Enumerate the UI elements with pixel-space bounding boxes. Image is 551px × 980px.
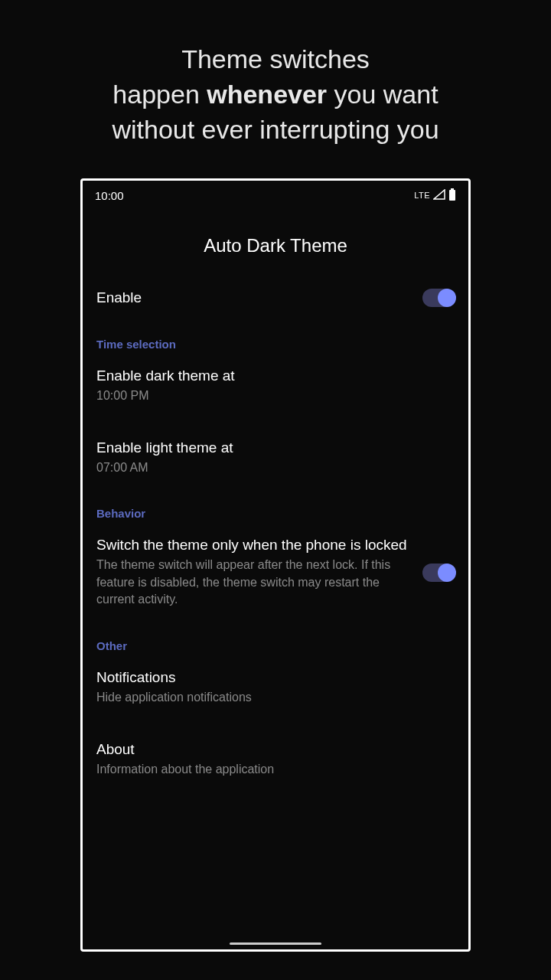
promo-line-1: Theme switches [181,44,370,74]
promo-line-2c: you want [327,80,439,109]
dark-time-value: 10:00 PM [96,387,445,404]
about-title: About [96,741,445,758]
section-time-selection: Time selection [96,318,455,357]
section-other: Other [96,619,455,658]
promo-line-2a: happen [112,80,207,109]
row-enable[interactable]: Enable [96,278,455,318]
row-light-time[interactable]: Enable light theme at 07:00 AM [96,429,455,487]
row-notifications[interactable]: Notifications Hide application notificat… [96,658,455,717]
signal-icon [433,189,445,202]
light-time-value: 07:00 AM [96,459,445,476]
phone-frame: 10:00 LTE Auto Dark Theme Enable Time se… [80,178,471,952]
row-lock-switch[interactable]: Switch the theme only when the phone is … [96,526,455,619]
lock-toggle[interactable] [422,564,455,582]
network-label: LTE [414,191,430,200]
page-title: Auto Dark Theme [83,206,468,278]
lock-sub: The theme switch will appear after the n… [96,557,413,608]
promo-line-2b: whenever [207,80,327,109]
status-time: 10:00 [95,189,124,202]
svg-rect-1 [449,190,455,201]
row-dark-time[interactable]: Enable dark theme at 10:00 PM [96,357,455,415]
promo-line-3: without ever interrupting you [112,115,439,144]
status-right: LTE [414,188,456,203]
row-about[interactable]: About Information about the application [96,730,455,789]
about-sub: Information about the application [96,761,445,778]
battery-icon [448,188,456,203]
home-indicator[interactable] [230,942,321,945]
section-behavior: Behavior [96,487,455,526]
notifications-sub: Hide application notifications [96,689,445,706]
status-bar: 10:00 LTE [83,181,468,206]
enable-toggle[interactable] [422,289,455,307]
lock-title: Switch the theme only when the phone is … [96,537,413,554]
promo-headline: Theme switches happen whenever you want … [0,0,551,155]
notifications-title: Notifications [96,669,445,686]
light-time-title: Enable light theme at [96,439,445,456]
svg-rect-0 [451,188,454,190]
dark-time-title: Enable dark theme at [96,368,445,384]
enable-label: Enable [96,289,413,306]
settings-list: Enable Time selection Enable dark theme … [83,278,468,789]
